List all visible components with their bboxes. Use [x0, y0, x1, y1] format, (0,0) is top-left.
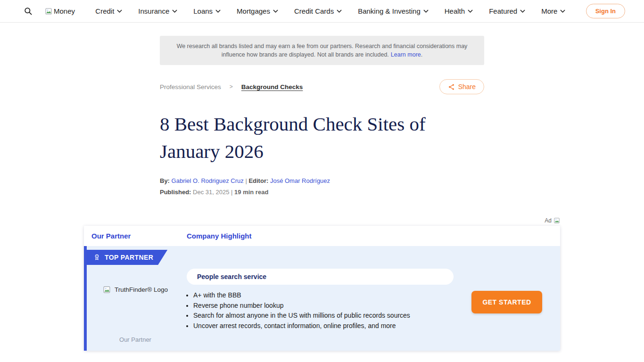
page-title: 8 Best Background Check Sites of January…	[160, 110, 484, 165]
our-partner-caption: Our Partner	[119, 336, 151, 343]
nav-menu-item[interactable]: Loans	[193, 7, 221, 15]
nav-menu-label: Credit Cards	[294, 7, 334, 15]
editor-link[interactable]: José Omar Rodríguez	[270, 177, 330, 184]
published-date: Dec 31, 2025	[193, 189, 229, 196]
chevron-down-icon	[468, 9, 473, 13]
nav-menu-item[interactable]: Health	[445, 7, 473, 15]
breadcrumb-parent[interactable]: Professional Services	[160, 83, 221, 90]
nav-menu-label: Mortgages	[237, 7, 270, 15]
by-label: By:	[160, 177, 170, 184]
breadcrumb: Professional Services > Background Check…	[160, 83, 303, 90]
chevron-down-icon	[117, 9, 122, 13]
nav-menu-label: Insurance	[138, 7, 169, 15]
highlight-bullet: Search for almost anyone in the US with …	[193, 311, 454, 321]
cta-column: GET STARTED	[454, 246, 560, 351]
accent-stripe	[84, 246, 87, 351]
published-label: Published:	[160, 189, 191, 196]
logo-text: Money	[54, 7, 75, 15]
highlight-bullet: Uncover arrest records, contact informat…	[193, 321, 454, 331]
nav-menu-item[interactable]: Mortgages	[237, 7, 278, 15]
nav-menu-label: Health	[445, 7, 465, 15]
disclaimer-text: We research all brands listed and may ea…	[177, 43, 468, 58]
breadcrumb-separator: >	[230, 83, 233, 90]
chevron-down-icon	[337, 9, 342, 13]
service-category-pill: People search service	[187, 269, 454, 285]
top-nav-bar: Money Credit Insurance Loans Mortgages	[0, 0, 644, 23]
main-nav: Credit Insurance Loans Mortgages Credit …	[95, 7, 565, 15]
disclaimer-period: .	[421, 51, 422, 58]
publish-divider: |	[231, 189, 232, 196]
chevron-down-icon	[273, 9, 278, 13]
chevron-down-icon	[520, 9, 525, 13]
partner-row: TOP PARTNER TruthFinder® Logo Our Partne…	[84, 246, 560, 351]
ad-label-row: Ad	[84, 217, 560, 224]
broken-image-icon	[45, 8, 52, 15]
nav-menu-label: Featured	[489, 7, 517, 15]
affiliate-disclaimer: We research all brands listed and may ea…	[160, 36, 484, 65]
share-label: Share	[458, 83, 476, 90]
chevron-down-icon	[423, 9, 429, 13]
partner-logo-alt-text: TruthFinder® Logo	[115, 286, 168, 293]
broken-image-icon	[103, 286, 111, 294]
read-time: 19 min read	[234, 189, 268, 196]
highlight-bullet: Reverse phone number lookup	[193, 301, 454, 311]
nav-menu-item[interactable]: Insurance	[138, 7, 177, 15]
nav-menu-item[interactable]: Credit	[95, 7, 122, 15]
chevron-down-icon	[560, 9, 565, 13]
nav-menu-label: Loans	[193, 7, 213, 15]
broken-image-icon	[553, 217, 560, 224]
publish-row: Published: Dec 31, 2025 | 19 min read	[160, 189, 484, 196]
chevron-down-icon	[215, 9, 221, 13]
top-partner-ribbon: TOP PARTNER	[87, 250, 167, 265]
partner-logo[interactable]: TruthFinder® Logo	[103, 286, 168, 294]
editor-label: Editor:	[248, 177, 268, 184]
nav-menu-item[interactable]: Credit Cards	[294, 7, 342, 15]
highlight-bullet-list: A+ with the BBB Reverse phone number loo…	[187, 290, 454, 331]
company-highlight-column: People search service A+ with the BBB Re…	[187, 246, 454, 351]
nav-menu-item[interactable]: Featured	[489, 7, 525, 15]
nav-menu-label: Credit	[95, 7, 114, 15]
chevron-down-icon	[172, 9, 177, 13]
nav-menu-item[interactable]: Banking & Investing	[358, 7, 429, 15]
search-icon[interactable]	[24, 7, 33, 16]
share-button[interactable]: Share	[439, 79, 484, 94]
get-started-button[interactable]: GET STARTED	[471, 291, 542, 313]
partner-card-header: Our Partner Company Highlight	[84, 226, 560, 246]
byline: By: Gabriel O. Rodriguez Cruz | Editor: …	[160, 177, 484, 184]
ad-label: Ad	[545, 217, 552, 224]
our-partner-column-header: Our Partner	[91, 232, 187, 240]
share-icon	[448, 83, 455, 90]
highlight-bullet: A+ with the BBB	[193, 290, 454, 301]
nav-menu-label: More	[541, 7, 557, 15]
byline-divider: |	[245, 177, 247, 184]
author-link[interactable]: Gabriel O. Rodriguez Cruz	[172, 177, 244, 184]
nav-menu-label: Banking & Investing	[358, 7, 421, 15]
top-partner-label: TOP PARTNER	[105, 254, 153, 261]
learn-more-link[interactable]: Learn more	[391, 51, 421, 58]
money-logo[interactable]: Money	[45, 7, 75, 15]
award-ribbon-icon	[93, 254, 100, 261]
breadcrumb-current[interactable]: Background Checks	[241, 83, 303, 90]
company-highlight-column-header: Company Highlight	[187, 232, 252, 240]
nav-menu-item[interactable]: More	[541, 7, 565, 15]
sign-in-button[interactable]: Sign In	[586, 4, 625, 18]
top-partner-card: Our Partner Company Highlight TOP PARTNE…	[84, 226, 560, 351]
